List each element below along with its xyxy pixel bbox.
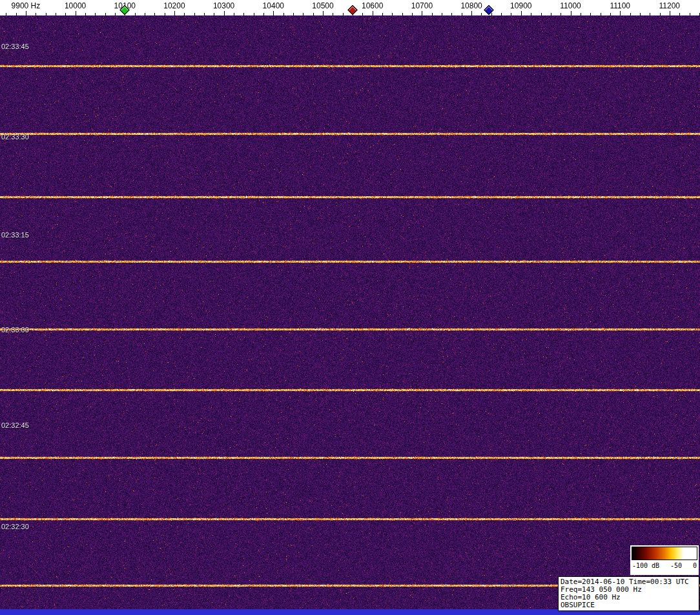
- frequency-ruler[interactable]: 9900 Hz100001010010200103001040010500106…: [0, 0, 700, 15]
- ruler-tick: [412, 13, 413, 15]
- color-scale-gradient: [632, 547, 697, 560]
- ruler-tick: [481, 13, 482, 15]
- ruler-tick: [392, 13, 393, 15]
- ruler-tick: [670, 11, 670, 15]
- ruler-tick: [630, 13, 631, 15]
- ruler-tick: [273, 11, 274, 15]
- legend-label-mid: -50: [670, 562, 682, 569]
- ruler-tick: [145, 13, 145, 15]
- ruler-tick-label: 11200: [659, 1, 680, 10]
- ruler-tick: [343, 13, 344, 15]
- ruler-tick: [283, 13, 284, 15]
- ruler-tick-label: 11000: [560, 1, 581, 10]
- ruler-tick: [382, 13, 383, 15]
- color-scale-labels: -100 dB -50 0: [630, 560, 699, 569]
- ruler-tick: [422, 11, 422, 15]
- ruler-tick: [293, 13, 294, 15]
- marker-red-diamond[interactable]: [347, 5, 358, 15]
- ruler-tick-label: 10500: [312, 1, 333, 10]
- ruler-tick: [373, 11, 373, 15]
- ruler-tick: [432, 13, 433, 15]
- ruler-tick-label: 10700: [411, 1, 433, 10]
- ruler-tick: [243, 13, 244, 15]
- ruler-tick: [16, 13, 17, 15]
- ruler-tick: [551, 13, 551, 15]
- ruler-tick: [531, 13, 531, 15]
- ruler-tick: [640, 13, 641, 15]
- spectrogram-page: 9900 Hz100001010010200103001040010500106…: [0, 0, 700, 615]
- ruler-tick: [333, 13, 333, 15]
- ruler-tick: [601, 13, 601, 15]
- ruler-tick: [135, 13, 136, 15]
- ruler-tick: [590, 13, 591, 15]
- ruler-tick: [36, 13, 36, 15]
- ruler-tick: [224, 11, 225, 15]
- ruler-tick: [571, 11, 571, 15]
- ruler-tick-label: 10400: [263, 1, 284, 10]
- ruler-tick: [85, 13, 86, 15]
- spectrogram-canvas[interactable]: [0, 15, 700, 609]
- ruler-tick: [26, 11, 26, 15]
- ruler-tick: [254, 13, 254, 15]
- ruler-tick: [323, 11, 324, 15]
- ruler-tick: [95, 13, 96, 15]
- ruler-tick-label: 10900: [510, 1, 531, 10]
- legend-label-min: -100 dB: [632, 562, 659, 569]
- ruler-tick: [115, 13, 116, 15]
- ruler-tick-label: 10200: [163, 1, 185, 10]
- ruler-tick: [154, 13, 155, 15]
- ruler-tick: [610, 13, 611, 15]
- ruler-tick: [471, 11, 472, 15]
- ruler-tick: [194, 13, 195, 15]
- ruler-tick: [620, 11, 621, 15]
- ruler-tick: [263, 13, 264, 15]
- ruler-tick: [105, 13, 106, 15]
- ruler-tick: [690, 13, 690, 15]
- ruler-tick: [362, 13, 363, 15]
- ruler-tick: [56, 13, 56, 15]
- ruler-tick: [521, 11, 522, 15]
- ruler-tick: [234, 13, 234, 15]
- ruler-tick: [581, 13, 581, 15]
- ruler-tick: [650, 13, 650, 15]
- ruler-tick: [46, 13, 46, 15]
- observation-info-box: Date=2014-06-10 Time=00:33 UTC Freq=143 …: [558, 576, 699, 611]
- legend-label-max: 0: [693, 562, 697, 569]
- ruler-tick: [6, 13, 6, 15]
- ruler-tick: [313, 13, 314, 15]
- info-station-line: OBSUPICE: [561, 601, 697, 609]
- ruler-tick-label: 9900 Hz: [12, 1, 41, 10]
- ruler-tick: [402, 13, 403, 15]
- ruler-tick: [462, 13, 462, 15]
- ruler-tick: [511, 13, 511, 15]
- ruler-tick: [214, 13, 214, 15]
- ruler-tick-label: 10800: [460, 1, 482, 10]
- ruler-tick: [174, 11, 175, 15]
- db-scale-legend: -100 dB -50 0: [630, 545, 699, 575]
- ruler-tick: [660, 13, 661, 15]
- ruler-tick: [679, 13, 680, 15]
- ruler-tick-label: 11100: [610, 1, 630, 10]
- ruler-tick: [491, 13, 492, 15]
- ruler-tick: [451, 13, 452, 15]
- ruler-tick: [442, 13, 442, 15]
- ruler-tick-label: 10000: [65, 1, 86, 10]
- ruler-tick: [184, 13, 185, 15]
- ruler-tick: [561, 13, 561, 15]
- ruler-tick: [541, 13, 542, 15]
- ruler-tick: [65, 13, 66, 15]
- ruler-tick: [204, 13, 205, 15]
- ruler-tick: [76, 11, 76, 15]
- ruler-tick-label: 10300: [213, 1, 234, 10]
- ruler-tick: [303, 13, 304, 15]
- marker-blue-diamond[interactable]: [484, 5, 494, 15]
- ruler-tick: [165, 13, 165, 15]
- ruler-tick: [501, 13, 502, 15]
- ruler-tick-label: 10600: [362, 1, 383, 10]
